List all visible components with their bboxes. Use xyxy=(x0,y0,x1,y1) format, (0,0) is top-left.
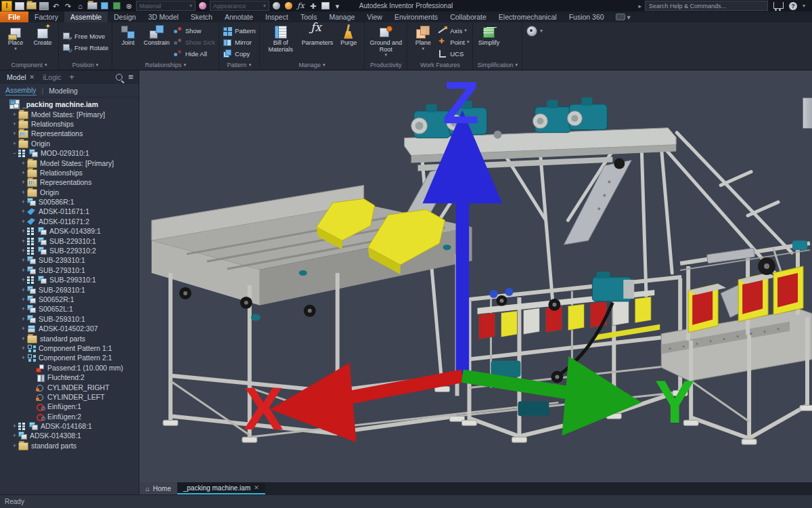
expand-toggle-icon[interactable]: + xyxy=(11,423,18,429)
expand-toggle-icon[interactable]: + xyxy=(20,238,27,245)
ribbon-button-purge[interactable]: Purge xyxy=(335,24,362,60)
web-resource-icon[interactable] xyxy=(526,26,537,37)
app-store-cart-icon[interactable] xyxy=(773,2,784,9)
ribbon-tab-sketch[interactable]: Sketch xyxy=(185,12,219,22)
ribbon-group-label-relationships[interactable]: Relationships▾ xyxy=(112,60,219,70)
ribbon-button-parameters[interactable]: Parameters xyxy=(300,24,336,60)
ribbon-tab-fusion-360[interactable]: Fusion 360 xyxy=(563,12,610,22)
expand-toggle-icon[interactable]: + xyxy=(20,198,27,205)
expand-toggle-icon[interactable]: + xyxy=(20,218,27,225)
ribbon-button-copy[interactable]: Copy xyxy=(223,48,256,59)
expand-toggle-icon[interactable]: + xyxy=(20,354,27,361)
expand-toggle-icon[interactable]: + xyxy=(20,228,27,234)
expand-toggle-icon[interactable]: + xyxy=(20,305,27,312)
tree-item-adsk-014389-1[interactable]: +ADSK-014389:1 xyxy=(0,226,139,236)
tree-item-s00586r-1[interactable]: +S00586R:1 xyxy=(0,197,139,207)
ribbon-tab-view[interactable]: View xyxy=(361,12,388,22)
tree-item-s00652l-1[interactable]: +S00652L:1 xyxy=(0,304,139,314)
tree-item-mod-029310-1[interactable]: −MOD-029310:1 xyxy=(0,148,139,158)
expand-toggle-icon[interactable]: + xyxy=(20,257,27,263)
tree-item-cylinder-right[interactable]: CYLINDER_RIGHT xyxy=(0,382,139,391)
expand-toggle-icon[interactable]: + xyxy=(20,189,27,196)
ribbon-button-joint[interactable]: Joint xyxy=(114,24,141,60)
expand-toggle-icon[interactable]: + xyxy=(20,179,27,186)
tree-item-adsk-014308-1[interactable]: +ADSK-014308:1 xyxy=(0,431,139,440)
tree-item-packing-machine-iam[interactable]: _packing machine.iam xyxy=(0,100,139,109)
tree-item-sub-299310-1[interactable]: +SUB-299310:1 xyxy=(0,275,139,284)
expand-toggle-icon[interactable]: + xyxy=(20,287,27,293)
capture-icon[interactable] xyxy=(320,1,330,11)
ribbon-tab-manage[interactable]: Manage xyxy=(323,12,361,22)
expand-toggle-icon[interactable]: + xyxy=(11,442,18,449)
open-file-icon[interactable] xyxy=(26,1,37,11)
expand-toggle-icon[interactable]: + xyxy=(11,130,18,137)
subtab-modeling[interactable]: Modeling xyxy=(49,87,78,95)
expand-toggle-icon[interactable]: + xyxy=(20,247,27,254)
close-icon[interactable]: ✕ xyxy=(30,74,35,81)
ribbon-button-simplify[interactable]: Simplify xyxy=(475,24,502,60)
ribbon-group-label-simplification[interactable]: Simplification▾ xyxy=(473,60,522,70)
update-icon[interactable] xyxy=(112,1,122,11)
tree-item-representations[interactable]: +Representations xyxy=(0,177,139,187)
tree-item-einf-gen-1[interactable]: Einfügen:1 xyxy=(0,402,139,411)
search-expand-arrow[interactable]: ▸ xyxy=(638,3,641,9)
clear-color-icon[interactable] xyxy=(284,1,294,11)
browser-menu-icon[interactable]: ≡ xyxy=(128,74,133,81)
ribbon-button-create[interactable]: Create xyxy=(29,24,56,60)
ribbon-tab-3d-model[interactable]: 3D Model xyxy=(142,12,185,22)
tree-item-origin[interactable]: +Origin xyxy=(0,188,139,197)
tree-item-adsk-014168-1[interactable]: +ADSK-014168:1 xyxy=(0,421,139,431)
ribbon-button-hide-all[interactable]: Hide All xyxy=(173,48,215,59)
ribbon-button-point[interactable]: Point▾ xyxy=(438,37,469,47)
expand-toggle-icon[interactable]: + xyxy=(20,335,27,342)
web-resource-caret[interactable]: ▾ xyxy=(540,28,543,34)
ribbon-button-ucs[interactable]: UCS xyxy=(438,48,469,59)
qat-customize-caret[interactable]: ▾ xyxy=(332,1,342,11)
ribbon-tab-assemble[interactable]: Assemble xyxy=(64,12,108,22)
ribbon-group-label-pattern[interactable]: Pattern▾ xyxy=(219,60,259,70)
tree-item-relationships[interactable]: +Relationships xyxy=(0,168,139,177)
expand-toggle-icon[interactable]: + xyxy=(20,316,27,322)
expand-toggle-icon[interactable]: + xyxy=(20,276,27,283)
ribbon-button-pattern[interactable]: Pattern xyxy=(223,25,256,36)
3d-viewport[interactable]: Z X Y xyxy=(139,70,812,482)
tree-item-adsk-011671-2[interactable]: +ADSK-011671:2 xyxy=(0,217,139,226)
ribbon-tab-annotate[interactable]: Annotate xyxy=(219,12,259,22)
expand-toggle-icon[interactable]: + xyxy=(20,325,27,332)
ribbon-button-show[interactable]: Show xyxy=(173,25,215,36)
measure-plus-icon[interactable]: ✚ xyxy=(308,1,318,11)
expand-toggle-icon[interactable]: + xyxy=(20,345,27,352)
tree-item-sub-269310-1[interactable]: +SUB-269310:1 xyxy=(0,284,139,294)
new-file-icon[interactable] xyxy=(14,1,24,11)
tree-item-standard-parts[interactable]: +standard parts xyxy=(0,333,139,343)
save-icon[interactable] xyxy=(39,1,49,11)
help-icon[interactable]: ? xyxy=(789,2,797,10)
tree-item-relationships[interactable]: +Relationships xyxy=(0,119,139,129)
subtab-assembly[interactable]: Assembly xyxy=(5,86,37,96)
document-tab-packing-machine[interactable]: _packing machine.iam ✕ xyxy=(177,482,265,494)
tree-item-s00652r-1[interactable]: +S00652R:1 xyxy=(0,295,139,304)
ribbon-button-mirror[interactable]: Mirror xyxy=(223,37,256,47)
tree-item-standard-parts[interactable]: +standard parts xyxy=(0,441,139,450)
expand-toggle-icon[interactable]: + xyxy=(20,169,27,176)
expand-toggle-icon[interactable]: + xyxy=(20,208,27,215)
tree-item-passend-1-10-000-mm[interactable]: Passend:1 (10.000 mm) xyxy=(0,363,139,373)
expand-toggle-icon[interactable]: + xyxy=(11,432,18,439)
ribbon-tab-environments[interactable]: Environments xyxy=(388,12,444,22)
material-dropdown[interactable]: Material▾ xyxy=(136,1,196,11)
tree-item-cylinder-left[interactable]: CYLINDER_LEFT xyxy=(0,392,139,402)
browser-tab-ilogic[interactable]: iLogic xyxy=(39,70,65,84)
tree-item-sub-259310-1[interactable]: +SUB-259310:1 xyxy=(0,314,139,324)
tree-item-fluchtend-2[interactable]: Fluchtend:2 xyxy=(0,373,139,382)
ribbon-tab-file[interactable]: File xyxy=(0,12,28,22)
ribbon-group-label-productivity[interactable]: Productivity xyxy=(365,60,407,70)
ribbon-tab-factory[interactable]: Factory xyxy=(28,12,64,22)
sketch-icon[interactable] xyxy=(87,1,97,11)
appearance-dropdown[interactable]: Appearance▾ xyxy=(210,1,269,11)
ribbon-group-label-position[interactable]: Position▾ xyxy=(59,60,112,70)
inventor-logo-icon[interactable]: I xyxy=(1,1,12,12)
ribbon-button-bill-of-materials[interactable]: Bill of Materials xyxy=(262,24,300,60)
ribbon-group-label-manage[interactable]: Manage▾ xyxy=(260,60,365,70)
ribbon-button-free-move[interactable]: Free Move xyxy=(62,31,108,42)
undo-icon[interactable]: ↶ xyxy=(51,1,61,11)
